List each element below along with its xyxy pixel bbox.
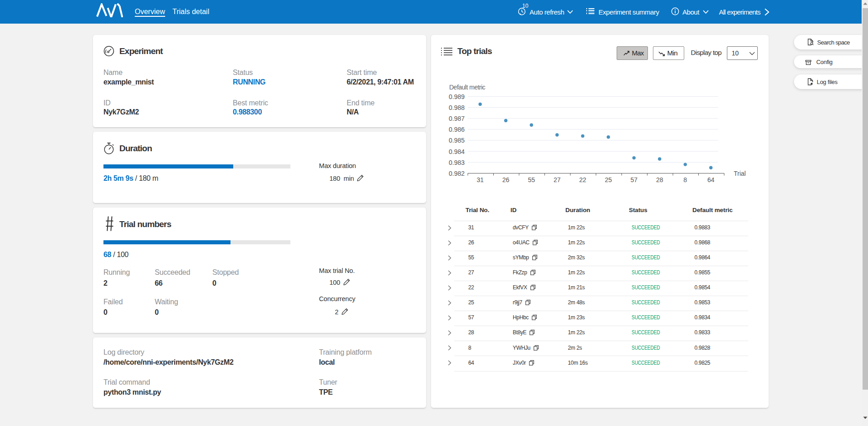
svg-text:31: 31 [476, 176, 484, 183]
svg-text:8: 8 [683, 176, 687, 183]
svg-text:0.983: 0.983 [449, 159, 465, 166]
svg-text:0.982: 0.982 [449, 170, 465, 177]
svg-text:0.988: 0.988 [449, 104, 465, 111]
svg-text:Trial: Trial [734, 170, 746, 177]
svg-text:0.989: 0.989 [449, 93, 465, 100]
svg-text:27: 27 [554, 176, 561, 183]
svg-text:28: 28 [656, 176, 663, 183]
svg-text:55: 55 [528, 176, 535, 183]
svg-text:0.987: 0.987 [449, 115, 465, 122]
svg-text:0.985: 0.985 [449, 137, 465, 144]
svg-text:0.986: 0.986 [449, 126, 465, 133]
svg-text:25: 25 [605, 176, 612, 183]
svg-text:64: 64 [707, 176, 715, 183]
svg-text:Default metric: Default metric [449, 84, 485, 91]
svg-text:57: 57 [630, 176, 638, 183]
svg-text:26: 26 [502, 176, 510, 183]
svg-text:0.984: 0.984 [449, 148, 465, 155]
svg-text:22: 22 [579, 176, 586, 183]
